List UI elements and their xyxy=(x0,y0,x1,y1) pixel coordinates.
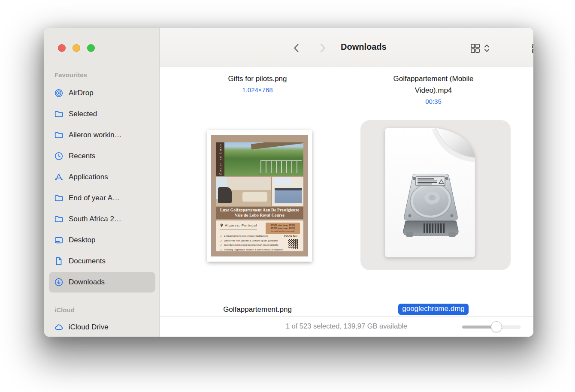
clock-icon xyxy=(54,151,64,161)
sidebar: Favourites AirDrop Selected Aileron work… xyxy=(44,28,160,337)
flyer-location: Algarve, Portugal xyxy=(220,223,257,229)
harddisk-icon xyxy=(399,172,463,239)
desktop-icon xyxy=(54,235,64,245)
golfappartement-png-thumbnail[interactable]: Zomer in Luxe Luxe Golfappartement Aan D… xyxy=(207,130,312,262)
sidebar-item-selected[interactable]: Selected xyxy=(49,104,155,124)
sidebar-section-favourites: Favourites xyxy=(54,71,87,78)
file-name: Gifts for pilots.png xyxy=(204,73,311,84)
appstore-icon xyxy=(54,172,64,182)
file-name: Golfappartement.png xyxy=(204,304,311,315)
window-controls xyxy=(58,44,95,52)
flyer-photo-golfcourse xyxy=(216,142,303,176)
flyer-feature-list: ✓2 slaapkamers met ensuite badkamers ✓Da… xyxy=(220,235,283,251)
sidebar-section-icloud: iCloud xyxy=(54,306,75,314)
flyer-cta: Boek Nu xyxy=(284,234,297,238)
flyer-vertical-banner: Zomer in Luxe xyxy=(216,142,224,176)
airdrop-icon xyxy=(54,88,64,98)
folder-icon xyxy=(54,109,64,119)
map-pin-icon xyxy=(221,224,223,227)
view-style-button[interactable] xyxy=(468,41,482,55)
sidebar-item-recents[interactable]: Recents xyxy=(49,146,155,166)
slider-knob[interactable] xyxy=(491,321,502,332)
folder-icon xyxy=(54,214,64,224)
file-grid: Gifts for pilots.png 1.024×768 Golfappar… xyxy=(160,66,533,316)
flyer-price-box: €1500 p/w (aug. 2025) €1250 p/w (sep. 20… xyxy=(266,223,300,234)
zoom-window-button[interactable] xyxy=(87,44,95,52)
group-by-button[interactable] xyxy=(530,41,533,55)
download-icon xyxy=(54,277,64,287)
sidebar-item-documents[interactable]: Documents xyxy=(49,251,155,271)
sidebar-item-desktop[interactable]: Desktop xyxy=(49,230,155,250)
flyer-title-band: Luxe Golfappartement Aan De Prestigieuze… xyxy=(216,207,303,219)
minimize-button[interactable] xyxy=(73,44,80,52)
sidebar-item-aileron-working[interactable]: Aileron workin… xyxy=(49,125,155,145)
check-icon: ✓ xyxy=(220,239,222,242)
folder-icon xyxy=(54,193,64,203)
forward-button[interactable] xyxy=(316,41,330,55)
sidebar-item-applications[interactable]: Applications xyxy=(49,167,155,187)
icon-zoom-slider[interactable] xyxy=(462,321,533,333)
flyer-balcony-beam xyxy=(251,142,303,150)
check-icon: ✓ xyxy=(220,248,222,251)
flyer-info-panel: Algarve, Portugal €1500 p/w (aug. 2025) … xyxy=(216,220,303,251)
folder-icon xyxy=(54,130,64,140)
flyer-qr-code xyxy=(288,239,298,249)
file-duration: 00:35 xyxy=(378,96,489,107)
flyer-background: Zomer in Luxe Luxe Golfappartement Aan D… xyxy=(211,135,308,256)
view-style-chevrons-icon[interactable] xyxy=(482,41,491,55)
check-icon: ✓ xyxy=(220,244,222,247)
file-dimensions: 1.024×768 xyxy=(204,84,311,96)
desktop-background: Favourites AirDrop Selected Aileron work… xyxy=(0,0,575,392)
selected-file-name[interactable]: googlechrome.dmg xyxy=(398,304,469,315)
window-title: Downloads xyxy=(341,42,387,52)
close-button[interactable] xyxy=(58,44,66,52)
sidebar-item-downloads[interactable]: Downloads xyxy=(49,272,155,292)
toolbar: Downloads xyxy=(160,28,533,66)
sidebar-item-end-of-year[interactable]: End of year A… xyxy=(49,188,155,208)
flyer-photo-livingroom xyxy=(216,177,271,206)
sidebar-item-icloud-drive[interactable]: iCloud Drive xyxy=(49,317,155,337)
document-icon xyxy=(54,256,64,266)
status-bar: 1 of 523 selected, 139,97 GB available xyxy=(160,316,533,337)
sidebar-item-south-africa[interactable]: South Africa 2… xyxy=(49,209,155,229)
flyer-balcony-rail xyxy=(260,160,302,173)
check-icon: ✓ xyxy=(220,235,222,238)
cloud-icon xyxy=(54,323,64,332)
flyer-photo-bedroom xyxy=(272,177,303,206)
finder-window: Favourites AirDrop Selected Aileron work… xyxy=(44,28,533,337)
sidebar-item-airdrop[interactable]: AirDrop xyxy=(49,83,155,103)
file-golfappartement-video[interactable]: Golfappartement (Mobile Video).mp4 00:35 xyxy=(378,73,489,107)
file-gifts-for-pilots[interactable]: Gifts for pilots.png 1.024×768 xyxy=(204,73,311,96)
back-button[interactable] xyxy=(289,41,303,55)
file-name: Golfappartement (Mobile Video).mp4 xyxy=(378,73,489,96)
